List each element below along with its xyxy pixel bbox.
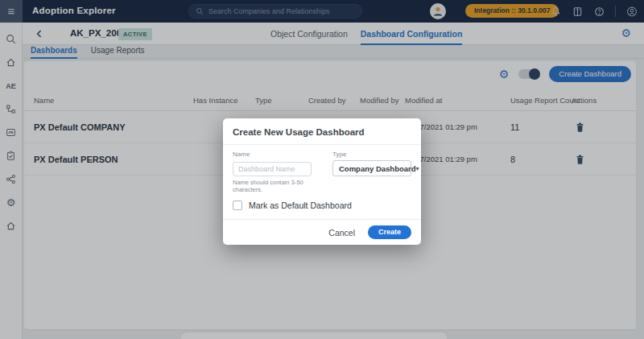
create-button[interactable]: Create [368, 225, 411, 239]
type-field-group: Type Company Dashboard ▾ [332, 151, 411, 193]
mark-default-label: Mark as Default Dashboard [249, 201, 352, 210]
name-helper-text: Name should contain 3-50 characters. [233, 180, 308, 193]
app-screen: ≡ Adoption Explorer Search Companies and… [0, 0, 644, 339]
default-dashboard-row: Mark as Default Dashboard [233, 201, 411, 219]
modal-body: Name Name should contain 3-50 characters… [223, 145, 421, 219]
create-usage-dashboard-modal: Create New Usage Dashboard Name Name sho… [223, 118, 421, 245]
dashboard-name-input[interactable] [233, 162, 312, 176]
name-label: Name [233, 151, 312, 158]
modal-title: Create New Usage Dashboard [233, 127, 365, 137]
mark-default-checkbox[interactable] [233, 201, 242, 210]
modal-header: Create New Usage Dashboard [223, 118, 421, 145]
type-label: Type [332, 151, 411, 158]
modal-footer: Cancel Create [223, 219, 421, 245]
type-select-value: Company Dashboard [339, 164, 416, 173]
name-field-group: Name Name should contain 3-50 characters… [233, 151, 312, 193]
cancel-button[interactable]: Cancel [328, 228, 355, 238]
chevron-down-icon: ▾ [416, 165, 419, 172]
type-select[interactable]: Company Dashboard ▾ [332, 160, 411, 176]
